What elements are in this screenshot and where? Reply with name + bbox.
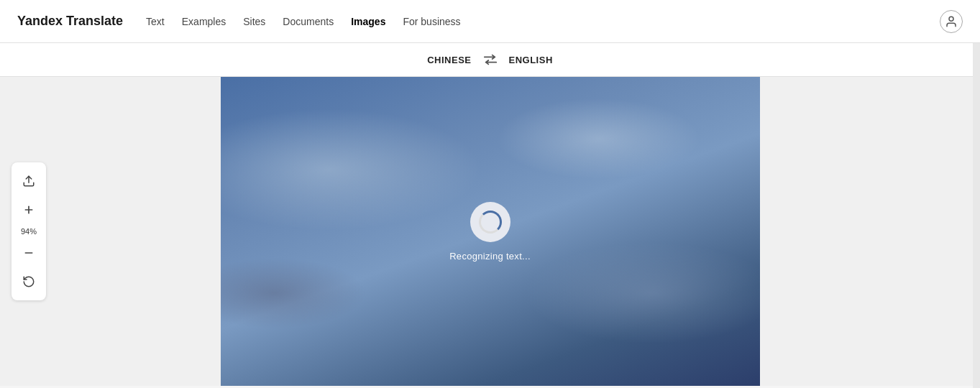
navbar: Yandex Translate Text Examples Sites Doc…	[0, 0, 980, 43]
nav-item-forbusiness[interactable]: For business	[403, 13, 460, 30]
nav-menu: Text Examples Sites Documents Images For…	[146, 13, 940, 30]
nav-item-text[interactable]: Text	[146, 13, 165, 30]
loading-spinner	[479, 211, 502, 234]
zoom-in-button[interactable]	[17, 198, 40, 221]
nav-item-sites[interactable]: Sites	[243, 13, 265, 30]
reset-icon	[22, 275, 35, 288]
swap-languages-button[interactable]	[483, 53, 498, 66]
image-display-area: Recognizing text...	[221, 77, 760, 386]
svg-point-0	[949, 17, 953, 21]
spinner-container	[470, 202, 510, 242]
plus-icon	[23, 204, 35, 216]
nav-item-examples[interactable]: Examples	[182, 13, 226, 30]
target-language-label[interactable]: ENGLISH	[509, 55, 553, 65]
user-avatar-icon	[940, 10, 963, 33]
zoom-out-button[interactable]	[17, 241, 40, 264]
loading-overlay: Recognizing text...	[221, 77, 760, 386]
main-content-area: 94% Recognizing text...	[0, 77, 980, 386]
swap-icon	[483, 53, 498, 66]
scrollbar-track	[973, 0, 980, 388]
upload-image-button[interactable]	[17, 170, 40, 193]
brand-logo[interactable]: Yandex Translate	[17, 14, 123, 29]
reset-view-button[interactable]	[17, 270, 40, 293]
sidebar-tools-panel: 94%	[12, 162, 46, 300]
source-language-label[interactable]: CHINESE	[427, 55, 471, 65]
loading-text: Recognizing text...	[449, 251, 531, 262]
language-bar: CHINESE ENGLISH	[0, 43, 980, 77]
upload-icon	[22, 175, 35, 188]
nav-item-images[interactable]: Images	[351, 13, 385, 30]
zoom-level-display: 94%	[21, 227, 37, 236]
person-icon	[945, 15, 958, 28]
nav-item-documents[interactable]: Documents	[283, 13, 334, 30]
minus-icon	[23, 247, 35, 259]
user-account-button[interactable]	[940, 10, 963, 33]
